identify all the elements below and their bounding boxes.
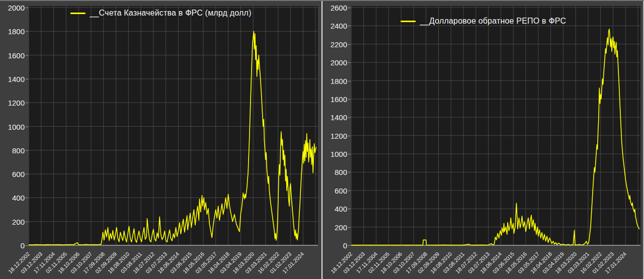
y-tick-label: 1400 [331,113,347,122]
y-tick-label: 1400 [8,74,25,83]
y-tick-mark [26,222,28,222]
y-tick-label: 800 [335,168,347,176]
y-tick-mark [348,209,351,209]
screenshot-root: __Счета Казначейства в ФРС (млрд долл) 0… [0,0,644,279]
y-tick-label: 1600 [8,51,25,59]
y-tick-mark [348,191,351,191]
legend-treasury: __Счета Казначейства в ФРС (млрд долл) [70,9,251,18]
y-tick-label: 2200 [331,40,347,48]
y-tick-label: 1600 [331,95,347,103]
plot-svg [29,6,318,246]
plot-area-reverse-repo [351,6,640,246]
y-tick-label: 2600 [331,4,347,12]
y-tick-label: 200 [335,223,347,231]
y-tick-mark [26,31,28,32]
y-tick-label: 2000 [8,4,25,12]
y-tick-mark [26,8,28,8]
y-tick-label: 600 [12,170,25,178]
legend-reverse-repo: __Долларовое обратное РЕПО в ФРС [400,17,567,26]
y-tick-label: 200 [12,217,25,226]
y-tick-label: 1000 [8,122,25,131]
y-tick-label: 600 [335,186,347,195]
y-tick-label: 0 [21,241,25,250]
y-tick-label: 1800 [8,27,25,36]
series-line [29,31,316,245]
y-tick-mark [348,172,351,172]
y-tick-label: 1200 [8,99,25,107]
y-tick-mark [348,99,351,100]
legend-label: __Долларовое обратное РЕПО в ФРС [420,17,567,26]
y-tick-mark [348,62,351,63]
y-tick-label: 400 [12,194,25,202]
y-tick-mark [26,127,28,127]
y-tick-label: 1200 [331,131,347,140]
y-tick-mark [26,174,28,174]
legend-line-swatch [400,21,416,22]
y-tick-label: 1000 [331,150,347,158]
y-tick-mark [26,103,28,103]
plot-svg [351,6,640,246]
y-tick-mark [348,26,351,26]
y-tick-label: 2000 [331,58,347,67]
y-tick-mark [26,79,28,79]
y-tick-mark [348,117,351,118]
y-tick-mark [348,81,351,81]
y-tick-mark [26,198,28,198]
y-tick-label: 800 [12,146,25,154]
y-tick-mark [348,245,351,246]
y-tick-label: 400 [335,205,347,213]
y-tick-mark [348,8,351,8]
y-tick-mark [26,55,28,56]
chart-panel-treasury-accounts: __Счета Казначейства в ФРС (млрд долл) 0… [0,1,321,279]
y-tick-label: 0 [343,241,347,250]
panel-divider [321,1,323,279]
legend-label: __Счета Казначейства в ФРС (млрд долл) [90,9,251,18]
y-tick-mark [348,154,351,154]
plot-area-treasury [29,6,318,246]
chart-panel-reverse-repo: __Долларовое обратное РЕПО в ФРС 0200400… [323,1,644,279]
gridlines [29,6,318,246]
y-tick-label: 1800 [331,76,347,85]
y-tick-mark [26,245,28,246]
y-tick-mark [26,150,28,151]
legend-line-swatch [70,13,85,14]
series-line [351,29,639,245]
y-tick-mark [348,44,351,45]
y-tick-mark [348,227,351,228]
y-tick-mark [348,136,351,136]
gridlines [351,6,640,246]
y-tick-label: 2400 [331,22,347,30]
